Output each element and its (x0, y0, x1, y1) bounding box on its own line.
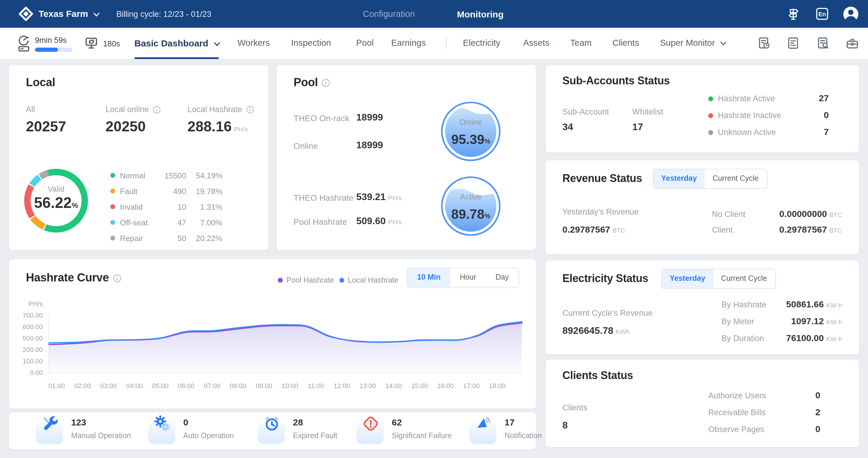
tab-clients[interactable]: Clients (613, 28, 639, 59)
worker-status-legend: Normal1550054.19% Fault49019.78% Invalid… (110, 167, 222, 246)
expired-fault-count: 28 (293, 417, 303, 427)
unknown-active-row: Unknown Active (708, 128, 776, 137)
language-en-icon[interactable]: En (815, 7, 830, 21)
pool-hashrate-label: Pool Hashrate (293, 217, 347, 227)
active-tab-underline (134, 57, 219, 59)
info-icon[interactable] (321, 78, 331, 87)
local-card: Local All 20257 Local online 20250 Local… (9, 65, 268, 250)
tab-assets[interactable]: Assets (523, 28, 550, 59)
manual-operation-count: 123 (71, 417, 86, 427)
refresh-countdown: 9min 59s (35, 36, 67, 44)
gray-status-dot (708, 130, 713, 135)
repair-dot (110, 236, 115, 240)
report-icon[interactable] (786, 36, 801, 51)
farm-name: Texas Farm (38, 8, 88, 19)
svg-text:10:00: 10:00 (281, 382, 298, 390)
nav-monitoring[interactable]: Monitoring (457, 9, 504, 19)
no-client-value: 0.00000000BTC (721, 208, 842, 219)
donut-center-value: 56.22% (24, 194, 88, 211)
local-all-value: 20257 (26, 118, 66, 135)
toggle-current-cycle[interactable]: Current Cycle (705, 169, 767, 188)
local-online-label: Local online (105, 105, 161, 114)
brand-logo-icon[interactable] (18, 6, 34, 22)
pool-online-label: Online (293, 141, 318, 151)
svg-text:02:00: 02:00 (74, 382, 91, 390)
farm-selector[interactable]: Texas Farm (38, 8, 100, 19)
warning-diamond-icon (362, 415, 380, 433)
svg-text:600.00: 600.00 (23, 323, 43, 331)
manual-operation-item[interactable]: 123 Manual Operation (36, 412, 145, 450)
notification-count: 17 (504, 417, 515, 427)
inspection-report-icon[interactable] (757, 36, 772, 51)
svg-text:01:00: 01:00 (48, 382, 65, 390)
svg-text:200.00: 200.00 (23, 346, 43, 354)
nav-configuration[interactable]: Configuration (363, 9, 415, 19)
info-icon[interactable] (153, 105, 161, 113)
tab-team[interactable]: Team (570, 28, 592, 59)
check-report-icon[interactable] (816, 36, 831, 51)
whitelist-value: 17 (632, 122, 643, 133)
info-icon[interactable] (246, 105, 254, 113)
receivable-bills-value: 2 (778, 407, 820, 417)
svg-text:18:00: 18:00 (489, 382, 505, 390)
svg-text:17:00: 17:00 (463, 382, 479, 390)
notification-item[interactable]: 17 Notification (470, 412, 536, 450)
donut-center-label: Valid (24, 185, 88, 193)
auto-operation-item[interactable]: 0 Auto Operation (148, 412, 257, 450)
significant-failure-item[interactable]: 62 Significant Failure (357, 412, 465, 450)
expired-fault-item[interactable]: 28 Expired Fault (258, 412, 367, 450)
interval-label: 180s (103, 39, 120, 48)
local-online-value: 20250 (105, 118, 146, 135)
local-all-label: All (26, 105, 35, 114)
tab-earnings[interactable]: Earnings (391, 28, 426, 59)
refresh-progress-fill (35, 47, 58, 52)
svg-text:12:00: 12:00 (333, 382, 350, 390)
svg-text:16:00: 16:00 (437, 382, 454, 390)
hashrate-curve-card: Hashrate Curve Pool Hashrate Local Hashr… (9, 259, 536, 408)
invalid-dot (110, 204, 115, 209)
megaphone-icon (474, 415, 493, 433)
toggle-yesterday[interactable]: Yesterday (653, 169, 705, 188)
sub-accounts-title: Sub-Accounts Status (562, 75, 670, 87)
signpost-icon[interactable] (786, 7, 801, 21)
user-avatar[interactable] (843, 6, 859, 22)
tab-super-monitor[interactable]: Super Monitor (660, 28, 726, 59)
tab-pool[interactable]: Pool (356, 28, 374, 59)
theo-onrack-label: THEO On-rack (293, 113, 349, 123)
toggle-current-cycle[interactable]: Current Cycle (713, 269, 775, 288)
gauge-label: Active (460, 192, 482, 201)
sub-account-value: 34 (562, 122, 573, 133)
tab-electricity[interactable]: Electricity (463, 28, 500, 59)
svg-text:07:00: 07:00 (204, 382, 220, 390)
toolbar-divider (446, 37, 447, 50)
hashrate-inactive-value: 0 (786, 110, 829, 120)
significant-failure-label: Significant Failure (392, 431, 452, 440)
expired-fault-label: Expired Fault (293, 431, 337, 440)
tab-basic-dashboard[interactable]: Basic Dashboard (134, 28, 220, 59)
auto-operation-count: 0 (183, 417, 188, 427)
online-liquid-gauge: Online 95.39% (437, 98, 504, 165)
receivable-bills-label: Receivable Bills (708, 408, 766, 417)
tab-workers[interactable]: Workers (238, 28, 270, 59)
pool-hashrate-value: 509.60PH/s (356, 216, 402, 227)
observe-pages-label: Observe Pages (708, 425, 764, 434)
clients-card: Clients Status Clients 8 Authorize Users… (546, 360, 859, 447)
authorize-users-label: Authorize Users (708, 391, 766, 400)
toolbox-icon[interactable] (845, 36, 860, 51)
svg-text:06:00: 06:00 (178, 382, 194, 390)
yesterdays-revenue-label: Yesterday's Revenue (562, 207, 639, 216)
toggle-yesterday[interactable]: Yesterday (662, 269, 713, 288)
revenue-title: Revenue Status (562, 172, 642, 185)
hashrate-active-row: Hashrate Active (708, 94, 775, 103)
interval-monitor-icon (84, 36, 99, 51)
notification-label: Notification (504, 431, 542, 440)
chevron-down-icon (720, 41, 726, 46)
top-header: Texas Farm Billing cycle: 12/23 - 01/23 … (0, 0, 868, 28)
tab-inspection[interactable]: Inspection (291, 28, 331, 59)
toolbar: 9min 59s 180s Basic Dashboard Workers In… (0, 28, 868, 60)
electricity-range-toggle: Yesterday Current Cycle (661, 269, 775, 289)
offseat-dot (110, 220, 115, 225)
pool-title: Pool (293, 76, 331, 89)
legend-row: Repair5020.22% (110, 230, 222, 246)
svg-text:09:00: 09:00 (255, 382, 272, 390)
